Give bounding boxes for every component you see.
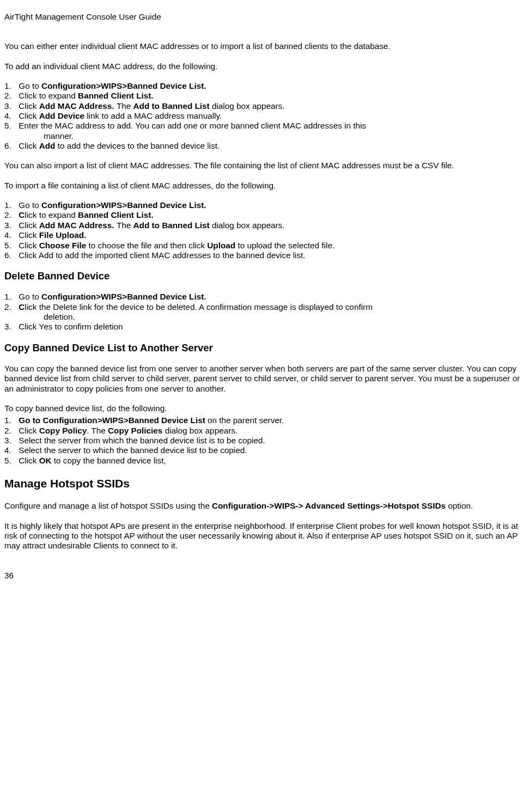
bold-text: Add to Banned List [133, 221, 211, 230]
bold-text: Configuration>WIPS>Banned Device List. [41, 200, 206, 210]
ordered-list: 1. Go to Configuration>WIPS>Banned Devic… [4, 416, 525, 466]
list-item: 3. Select the server from which the bann… [4, 436, 525, 445]
list-item: 5. Click OK to copy the banned device li… [4, 456, 525, 466]
text: Click [19, 221, 39, 230]
list-item: 6. Click Add to add the imported client … [4, 251, 525, 260]
list-item: 3. Click Add MAC Address. The Add to Ban… [4, 101, 525, 111]
text: Click [19, 241, 39, 250]
paragraph: To copy banned device list, do the follo… [4, 404, 525, 413]
text: Enter the MAC address to add. You can ad… [19, 121, 366, 130]
text: Click Add to add the imported client MAC… [19, 251, 305, 260]
text: Click [19, 111, 39, 120]
bold-text: C [19, 302, 25, 312]
bold-text: Banned Client List. [78, 91, 154, 100]
bold-text: C [19, 210, 25, 219]
text: to add the devices to the banned device … [58, 141, 220, 150]
text: Select the server from which the banned … [19, 436, 265, 445]
paragraph: You can also import a list of client MAC… [4, 161, 525, 170]
text: Click Yes to confirm deletion [19, 322, 123, 331]
text: Click [19, 141, 39, 150]
text: . The [87, 426, 108, 435]
text: on the parent server. [208, 416, 284, 425]
list-item: 5. Enter the MAC address to add. You can… [4, 121, 525, 141]
text: manner. [24, 131, 525, 141]
list-item: 4. Click File Upload. [4, 230, 525, 240]
list-item: 3. Click Add MAC Address. The Add to Ban… [4, 221, 525, 230]
text: to copy the banned device list, [54, 456, 166, 465]
paragraph: You can either enter individual client M… [4, 41, 525, 51]
list-item: 2. Click Copy Policy. The Copy Policies … [4, 426, 525, 436]
bold-text: Configuration>WIPS>Banned Device List. [41, 292, 206, 301]
text: deletion. [24, 312, 525, 322]
bold-text: Copy Policies [108, 426, 165, 435]
heading-copy-banned-device-list: Copy Banned Device List to Another Serve… [4, 342, 525, 354]
bold-text: Add Device [39, 111, 87, 120]
bold-text: Go to Configuration>WIPS>Banned Device L… [19, 416, 208, 425]
text: to upload the selected file. [238, 241, 335, 250]
bold-text: Add MAC Address. [39, 101, 117, 111]
bold-text: Copy Policy [39, 426, 87, 435]
bold-text: Add [39, 141, 58, 150]
text: dialog box appears. [165, 426, 238, 435]
list-item: 1. Go to Configuration>WIPS>Banned Devic… [4, 200, 525, 210]
list-item: 2. Click the Delete link for the device … [4, 302, 525, 322]
bold-text: Configuration->WIPS-> Advanced Settings-… [212, 501, 448, 510]
list-item: 3. Click Yes to confirm deletion [4, 322, 525, 332]
bold-text: Upload [207, 241, 238, 250]
text: Click [19, 230, 39, 240]
list-item: 1. Go to Configuration>WIPS>Banned Devic… [4, 292, 525, 302]
text: Go to [19, 200, 41, 210]
bold-text: Add to Banned List [133, 101, 211, 111]
text: Click [19, 456, 39, 465]
text: lick the Delete link for the device to b… [25, 302, 373, 312]
text: Click [19, 101, 39, 111]
list-item: 4. Select the server to which the banned… [4, 445, 525, 455]
paragraph: It is highly likely that hotspot APs are… [4, 521, 525, 551]
paragraph: To import a file containing a list of cl… [4, 181, 525, 191]
ordered-list: 1. Go to Configuration>WIPS>Banned Devic… [4, 200, 525, 260]
list-item: 4. Click Add Device link to add a MAC ad… [4, 111, 525, 121]
bold-text: File Upload. [39, 230, 87, 240]
bold-text: Choose File [39, 241, 89, 250]
text: option. [448, 501, 473, 510]
paragraph: Configure and manage a list of hotspot S… [4, 501, 525, 511]
text: dialog box appears. [212, 101, 285, 111]
text: The [117, 101, 133, 111]
list-item: 1. Go to Configuration>WIPS>Banned Devic… [4, 81, 525, 91]
list-item: 2. Click to expand Banned Client List. [4, 210, 525, 220]
text: to choose the file and then click [89, 241, 208, 250]
bold-text: Configuration>WIPS>Banned Device List. [41, 81, 206, 90]
bold-text: OK [39, 456, 54, 465]
text: Click to expand [19, 91, 78, 100]
ordered-list: 1. Go to Configuration>WIPS>Banned Devic… [4, 81, 525, 151]
list-item: 1. Go to Configuration>WIPS>Banned Devic… [4, 416, 525, 425]
list-item: 5. Click Choose File to choose the file … [4, 241, 525, 251]
list-item: 6. Click Add to add the devices to the b… [4, 141, 525, 151]
bold-text: Banned Client List. [78, 210, 154, 219]
paragraph: You can copy the banned device list from… [4, 364, 525, 394]
doc-header: AirTight Management Console User Guide [4, 12, 525, 22]
list-item: 2. Click to expand Banned Client List. [4, 91, 525, 101]
heading-delete-banned-device: Delete Banned Device [4, 270, 525, 282]
text: Go to [19, 292, 41, 301]
page-number: 36 [4, 571, 525, 581]
text: Go to [19, 81, 41, 90]
text: Click [19, 426, 39, 435]
text: lick to expand [25, 210, 78, 219]
text: link to add a MAC address manually. [87, 111, 222, 120]
paragraph: To add an individual client MAC address,… [4, 62, 525, 71]
text: Configure and manage a list of hotspot S… [4, 501, 212, 510]
bold-text: Add MAC Address. [39, 221, 117, 230]
ordered-list: 1. Go to Configuration>WIPS>Banned Devic… [4, 292, 525, 332]
text: Select the server to which the banned de… [19, 445, 247, 455]
heading-manage-hotspot-ssids: Manage Hotspot SSIDs [4, 477, 525, 490]
text: The [117, 221, 133, 230]
text: dialog box appears. [212, 221, 285, 230]
